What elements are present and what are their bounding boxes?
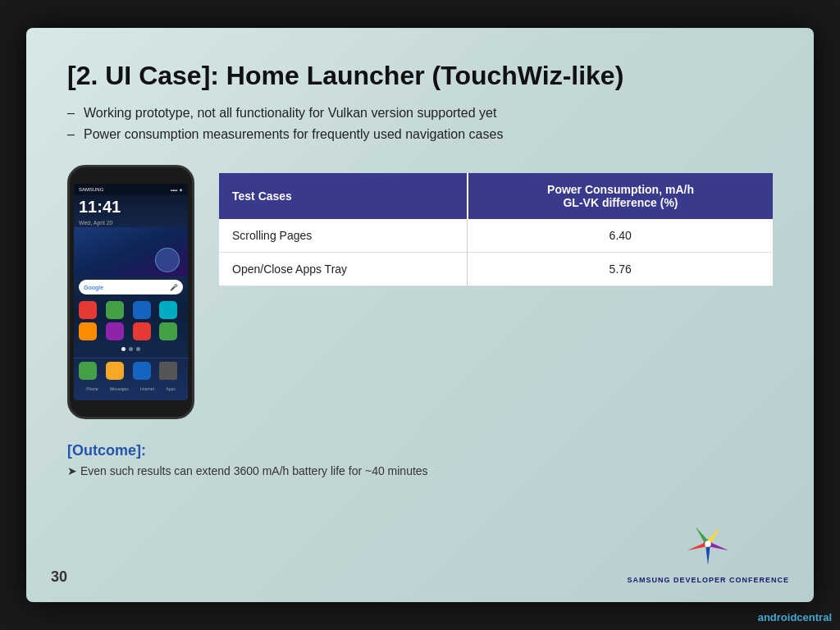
watermark-prefix: android [758,611,797,623]
label-internet: Internet [140,386,154,391]
dock-icon-4 [159,362,177,380]
samsung-star-icon [683,519,733,568]
phone-app-grid [74,298,188,344]
content-area: SAMSUNG ▪▪▪▪ ✦ 11:41 Wed, April 20 Googl… [67,165,773,419]
dot-2 [129,347,133,351]
table-cell-value-1: 6.40 [468,219,773,253]
slide-title: [2. UI Case]: Home Launcher (TouchWiz-li… [67,61,773,91]
label-messages: Messages [110,386,129,391]
comparison-table: Test Cases Power Consumption, mA/hGL-VK … [219,173,773,286]
app-icon-5 [79,322,97,340]
table-row: Scrolling Pages 6.40 [219,219,773,253]
app-icon-1 [79,301,97,319]
slide-number: 30 [51,568,67,586]
dock-icon-2 [106,362,124,380]
slide-container: [2. UI Case]: Home Launcher (TouchWiz-li… [26,28,814,602]
google-text: Google [84,285,103,290]
dock-icon-3 [133,362,151,380]
phone-google-bar: Google 🎤 [79,280,183,294]
watermark-suffix: central [797,611,832,623]
svg-point-5 [705,541,711,548]
phone-signal: ▪▪▪▪ ✦ [171,187,183,193]
phone-bottom-dock [74,358,188,383]
phone-time: 11:41 [74,195,188,218]
dock-icon-1 [79,362,97,380]
outcome-text: ➤ Even such results can extend 3600 mA/h… [67,464,773,477]
phone-screen: SAMSUNG ▪▪▪▪ ✦ 11:41 Wed, April 20 Googl… [74,184,188,400]
outcome-section: [Outcome]: ➤ Even such results can exten… [67,442,773,477]
bullet-1: Working prototype, not all functionality… [67,106,773,121]
phone-bottom-labels: Phone Messages Internet Apps [74,385,188,393]
phone-wallpaper [74,227,188,276]
table-header-col1: Test Cases [219,173,468,219]
dot-1 [121,347,126,351]
table-row: Open/Close Apps Tray 5.76 [219,253,773,286]
label-apps: Apps [166,386,175,391]
app-icon-3 [133,301,151,319]
google-mic: 🎤 [170,284,178,291]
samsung-logo-area: SAMSUNG DEVELOPER CONFERENCE [627,519,789,586]
phone-dots [74,344,188,354]
app-icon-4 [159,301,177,319]
bullet-points: Working prototype, not all functionality… [67,106,773,142]
table-cell-test-2: Open/Close Apps Tray [219,253,468,286]
app-icon-2 [106,301,124,319]
phone-mockup: SAMSUNG ▪▪▪▪ ✦ 11:41 Wed, April 20 Googl… [67,165,194,419]
app-icon-6 [106,322,124,340]
app-icon-8 [159,322,177,340]
app-icon-7 [133,322,151,340]
wallpaper-circle [155,248,180,272]
table-area: Test Cases Power Consumption, mA/hGL-VK … [219,165,773,286]
dot-3 [136,347,140,351]
phone-date: Wed, April 20 [74,218,188,227]
table-header-col2: Power Consumption, mA/hGL-VK difference … [468,173,773,219]
bullet-2: Power consumption measurements for frequ… [67,127,773,142]
watermark: androidcentral [758,611,832,623]
label-phone: Phone [86,386,98,391]
table-cell-test-1: Scrolling Pages [219,219,468,253]
phone-brand: SAMSUNG [79,187,103,192]
table-cell-value-2: 5.76 [468,253,773,286]
samsung-brand-text: SAMSUNG DEVELOPER CONFERENCE [627,575,789,586]
outcome-title: [Outcome]: [67,442,773,459]
phone-status-bar: SAMSUNG ▪▪▪▪ ✦ [74,184,188,195]
